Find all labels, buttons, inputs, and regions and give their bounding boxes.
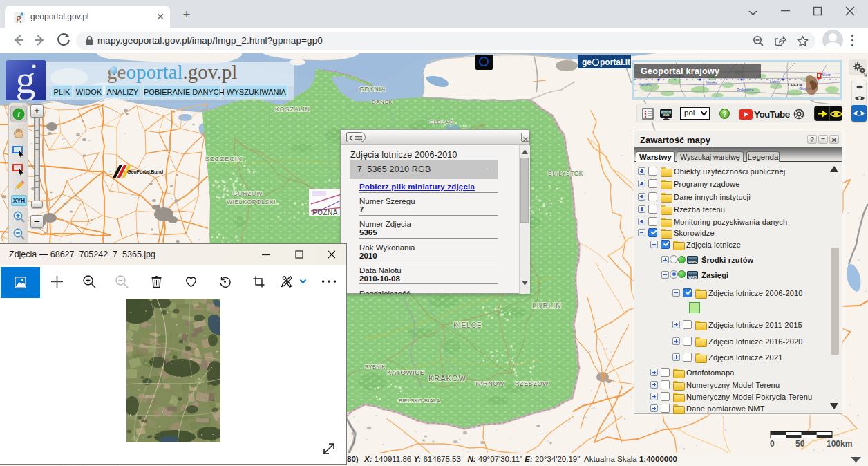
svg-text:BIALYSTOK: BIALYSTOK: [548, 170, 583, 177]
svg-text:Wierz: Wierz: [821, 73, 831, 77]
svg-text:SZCZECIN: SZCZECIN: [205, 155, 243, 162]
svg-text:Polkowice: Polkowice: [737, 88, 754, 92]
svg-text:ge: ge: [582, 57, 592, 67]
svg-text:CHEŁM: CHEŁM: [788, 83, 802, 87]
svg-text:BIELSKO-BIALA: BIELSKO-BIALA: [399, 398, 440, 404]
svg-text:DANSK: DANSK: [372, 99, 393, 105]
svg-text:Kamenz: Kamenz: [639, 82, 652, 86]
svg-text:RYBNIK: RYBNIK: [365, 364, 386, 370]
svg-text:50: 50: [795, 439, 805, 449]
svg-text:0: 0: [770, 439, 775, 449]
svg-text:WMS: WMS: [663, 114, 670, 117]
svg-text:TARNOW: TARNOW: [475, 380, 504, 387]
svg-text:KRAKOW: KRAKOW: [428, 374, 466, 382]
svg-text:portal.lt: portal.lt: [600, 57, 630, 67]
svg-text:GORZOW: GORZOW: [233, 190, 263, 197]
svg-text:RZESZOW: RZESZOW: [515, 380, 549, 387]
svg-text:GDYNIA: GDYNIA: [359, 86, 386, 93]
svg-text:Lubin: Lubin: [770, 80, 779, 84]
svg-text:POZNA: POZNA: [312, 209, 338, 216]
svg-text:LUBLIN: LUBLIN: [532, 301, 562, 310]
svg-text:KATOWICE: KATOWICE: [387, 369, 425, 376]
svg-text:KIELCE: KIELCE: [453, 321, 482, 329]
svg-text:ELBLAG: ELBLAG: [430, 119, 453, 125]
svg-text:g: g: [16, 12, 21, 23]
svg-text:WIELKOPOLSKI: WIELKOPOLSKI: [227, 198, 276, 205]
svg-text:KOSZALIN: KOSZALIN: [275, 106, 310, 113]
svg-text:Niesky: Niesky: [706, 80, 717, 84]
svg-text:100km: 100km: [827, 439, 852, 449]
svg-text:GeoPortal.Bund: GeoPortal.Bund: [127, 169, 163, 175]
